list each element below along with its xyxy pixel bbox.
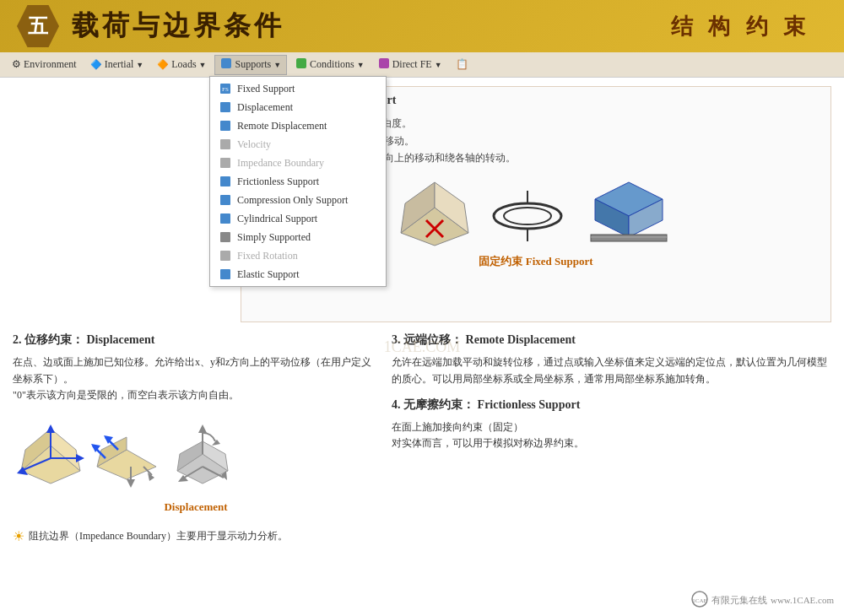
footer-logo-icon: 1CAE (691, 591, 708, 609)
header: 五 载荷与边界条件 结 构 约 束 (0, 0, 844, 52)
displacement-desc2: "0"表示该方向是受限的，而空白表示该方向自由。 (13, 387, 379, 403)
menu-displacement[interactable]: Displacement (210, 98, 386, 116)
svg-rect-12 (220, 232, 230, 242)
footer-url: www.1CAE.com (771, 595, 834, 605)
remote-displacement-title: 3. 远端位移： Remote Displacement (392, 331, 831, 349)
fixed-support-shape2 (485, 174, 570, 250)
remote-frictionless-section: 3. 远端位移： Remote Displacement 允许在远端加载平动和旋… (392, 331, 831, 516)
inertial-icon: 🔷 (90, 59, 102, 70)
velocity-icon (219, 138, 232, 151)
svg-rect-13 (220, 251, 230, 261)
content: 1. 固定约束： Fixed Support 用于限制点、边或面的所有自由度。 … (0, 78, 844, 556)
svg-rect-27 (591, 235, 667, 241)
displacement-title: 2. 位移约束： Displacement (13, 331, 379, 349)
header-title: 载荷与边界条件 (72, 8, 284, 45)
menu-compression-only[interactable]: Compression Only Support (210, 191, 386, 209)
simply-supported-icon (219, 230, 232, 244)
disp-fig3 (165, 420, 241, 496)
remote-displacement-icon (219, 119, 232, 132)
directfe-dropdown-arrow: ▼ (435, 61, 442, 69)
conditions-icon (295, 57, 307, 73)
impedance-icon (219, 156, 232, 170)
svg-rect-5 (220, 102, 230, 112)
menu-cylindrical[interactable]: Cylindrical Support (210, 209, 386, 228)
impedance-note-row: ☀ 阻抗边界（Impedance Boundary）主要用于显示动力分析。 (13, 525, 831, 548)
svg-marker-51 (212, 440, 220, 446)
disp-fig1 (13, 420, 84, 496)
left-spacer (13, 86, 224, 322)
header-badge: 五 (17, 5, 59, 47)
menu-impedance: Impedance Boundary (210, 154, 386, 172)
displacement-icon (219, 100, 232, 114)
frictionless-icon (219, 175, 232, 188)
impedance-sun-icon: ☀ (13, 528, 24, 544)
content-wrapper: 1. 固定约束： Fixed Support 用于限制点、边或面的所有自由度。 … (0, 78, 844, 616)
svg-marker-45 (127, 479, 135, 488)
footer-text: 有限元集在线 (711, 594, 767, 607)
svg-rect-11 (220, 213, 230, 224)
menu-fixed-support[interactable]: FS Fixed Support (210, 79, 386, 98)
menu-remote-displacement[interactable]: Remote Displacement (210, 116, 386, 135)
svg-point-21 (504, 208, 551, 224)
frictionless-desc2: 对实体而言，可以用于模拟对称边界约束。 (392, 435, 831, 451)
menu-velocity: Velocity (210, 135, 386, 154)
supports-dropdown-arrow: ▼ (273, 61, 281, 69)
toolbar-directfe[interactable]: Direct FE ▼ (373, 56, 447, 74)
environment-icon: ⚙ (12, 58, 21, 71)
toolbar-conditions[interactable]: Conditions ▼ (290, 56, 370, 74)
directfe-icon (378, 57, 390, 73)
svg-marker-37 (76, 454, 84, 462)
compression-only-icon (219, 193, 232, 207)
fixed-rotation-icon (219, 249, 232, 262)
elastic-support-icon (219, 267, 232, 281)
frictionless-title: 4. 无摩擦约束： Frictionless Support (392, 396, 831, 414)
toolbar-inertial[interactable]: 🔷 Inertial ▼ (85, 57, 149, 73)
footer-logo: 1CAE 有限元集在线 www.1CAE.com (691, 591, 834, 609)
impedance-note: 阻抗边界（Impedance Boundary）主要用于显示动力分析。 (29, 529, 288, 543)
displacement-desc1: 在点、边或面上施加已知位移。允许给出x、y和z方向上的平动位移（在用户定义坐标系… (13, 354, 379, 386)
supports-dropdown-menu: FS Fixed Support Displacement Remote Dis… (209, 76, 387, 287)
svg-text:FS: FS (222, 86, 229, 93)
fixed-support-icon: FS (219, 82, 232, 95)
menu-simply-supported[interactable]: Simply Supported (210, 228, 386, 246)
frictionless-desc1: 在面上施加接向约束（固定） (392, 419, 831, 435)
svg-rect-1 (296, 58, 306, 68)
cylindrical-icon (219, 212, 232, 225)
svg-rect-0 (221, 58, 231, 68)
toolbar-loads[interactable]: 🔶 Loads ▼ (152, 57, 211, 73)
svg-rect-10 (220, 195, 230, 205)
toolbar-supports[interactable]: Supports ▼ (214, 55, 287, 75)
bottom-row1: 2. 位移约束： Displacement 在点、边或面上施加已知位移。允许给出… (13, 331, 831, 516)
table-icon: 📋 (456, 58, 468, 71)
svg-rect-8 (220, 158, 230, 168)
toolbar-table[interactable]: 📋 (451, 57, 473, 73)
loads-icon: 🔶 (157, 59, 169, 70)
header-subtitle: 结 构 约 束 (671, 12, 811, 41)
menu-elastic-support[interactable]: Elastic Support (210, 265, 386, 284)
svg-rect-7 (220, 139, 230, 149)
toolbar: ⚙ Environment 🔷 Inertial ▼ 🔶 Loads ▼ Sup… (0, 52, 844, 78)
remote-desc1: 允许在远端加载平动和旋转位移，通过点或输入坐标值来定义远端的定位点，默认位置为几… (392, 354, 831, 386)
svg-rect-6 (220, 121, 230, 131)
fixed-support-shape3 (578, 174, 679, 250)
svg-rect-14 (220, 269, 230, 279)
svg-text:1CAE: 1CAE (692, 597, 707, 604)
displacement-section: 2. 位移约束： Displacement 在点、边或面上施加已知位移。允许给出… (13, 331, 379, 516)
top-section: 1. 固定约束： Fixed Support 用于限制点、边或面的所有自由度。 … (13, 86, 831, 322)
svg-rect-9 (220, 176, 230, 186)
fixed-support-shape1 (392, 174, 477, 250)
svg-marker-33 (46, 424, 55, 433)
conditions-dropdown-arrow: ▼ (357, 61, 365, 69)
toolbar-environment[interactable]: ⚙ Environment (7, 57, 82, 73)
svg-marker-53 (198, 424, 207, 433)
displacement-caption: Displacement (13, 499, 379, 516)
main-area: ⚙ Environment 🔷 Inertial ▼ 🔶 Loads ▼ Sup… (0, 52, 844, 616)
menu-frictionless[interactable]: Frictionless Support (210, 172, 386, 191)
svg-rect-2 (379, 58, 389, 68)
supports-icon (220, 57, 232, 73)
disp-fig2 (89, 420, 160, 496)
menu-fixed-rotation: Fixed Rotation (210, 246, 386, 265)
inertial-dropdown-arrow: ▼ (136, 61, 143, 69)
loads-dropdown-arrow: ▼ (199, 61, 207, 69)
displacement-figures (13, 403, 379, 496)
